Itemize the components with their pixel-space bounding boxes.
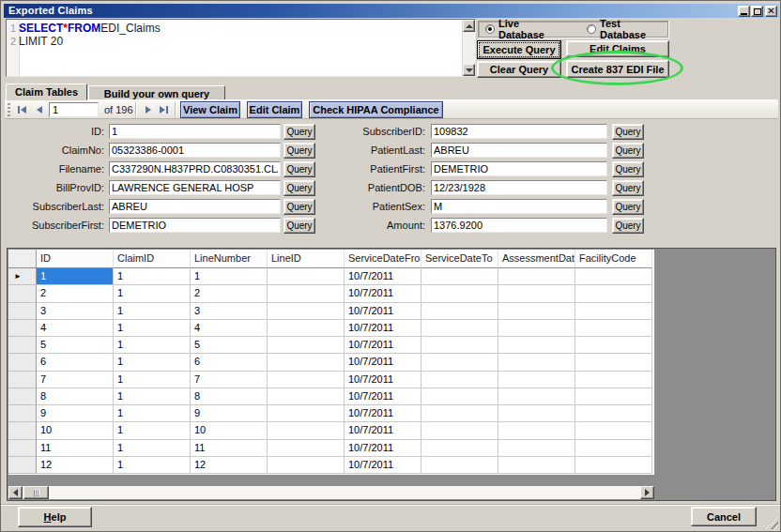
tab-claim-tables[interactable]: Claim Tables (6, 84, 87, 100)
execute-query-button[interactable]: Execute Query (477, 40, 561, 59)
sql-editor[interactable]: 1SELECT * FROM EDI_Claims2LIMIT 20 (6, 19, 476, 77)
grid-cell[interactable]: 10/7/2011 (345, 268, 421, 285)
grid-cell[interactable] (498, 457, 575, 474)
grid-cell[interactable]: 10/7/2011 (345, 388, 421, 405)
edit-claims-button[interactable]: Edit Claims (566, 40, 669, 57)
grid-corner-cell[interactable] (8, 250, 37, 268)
grid-cell[interactable]: 1 (191, 268, 268, 285)
previous-record-button[interactable] (31, 102, 47, 117)
grid-cell[interactable]: 9 (37, 405, 114, 422)
grid-cell[interactable]: 3 (191, 303, 268, 320)
help-button[interactable]: Help (18, 507, 92, 527)
scroll-right-button[interactable] (640, 486, 654, 499)
grid-cell[interactable]: 1 (114, 320, 191, 337)
query-button-patientfirst[interactable]: Query (612, 161, 644, 177)
grid-cell[interactable] (575, 320, 652, 337)
scroll-up-button[interactable] (463, 20, 475, 32)
grid-cell[interactable] (575, 388, 652, 405)
grid-cell[interactable] (575, 457, 652, 474)
field-input-amount[interactable] (431, 218, 607, 233)
grid-cell[interactable] (575, 285, 652, 302)
grid-cell[interactable]: 10/7/2011 (345, 337, 421, 354)
row-selector[interactable] (8, 388, 37, 405)
grid-cell[interactable]: 11 (191, 440, 268, 457)
field-input-subscriberfirst[interactable] (109, 218, 281, 233)
grid-cell[interactable]: 3 (37, 303, 114, 320)
row-selector[interactable] (8, 303, 37, 320)
radio-option-live-database[interactable]: Live Database (485, 18, 566, 40)
grid-cell[interactable]: 7 (37, 372, 114, 388)
grid-cell[interactable]: 10/7/2011 (345, 440, 421, 457)
grid-cell[interactable] (498, 268, 575, 285)
first-record-button[interactable] (14, 102, 30, 117)
row-selector[interactable] (8, 422, 37, 439)
grid-cell[interactable] (268, 285, 345, 302)
grid-cell[interactable]: 2 (191, 285, 268, 302)
query-button-filename[interactable]: Query (283, 161, 315, 177)
field-input-patientdob[interactable] (431, 180, 607, 195)
field-input-patientsex[interactable] (431, 199, 607, 214)
grid-cell[interactable]: 5 (191, 337, 268, 354)
grid-cell[interactable] (268, 440, 345, 457)
grid-cell[interactable] (498, 354, 575, 371)
grid-cell[interactable]: 1 (114, 405, 191, 422)
grid-cell[interactable] (575, 337, 652, 354)
sql-vertical-scrollbar[interactable] (462, 20, 475, 76)
grid-cell[interactable] (575, 422, 652, 439)
close-button[interactable]: ✕ (765, 6, 777, 17)
grid-cell[interactable]: 10 (37, 422, 114, 439)
column-header-claimid[interactable]: ClaimID (114, 250, 191, 268)
grid-cell[interactable] (268, 354, 345, 371)
column-header-servicedatefrom[interactable]: ServiceDateFrom (345, 250, 421, 268)
grid-cell[interactable]: 1 (114, 457, 191, 474)
grid-cell[interactable] (421, 372, 498, 388)
grid-cell[interactable] (575, 268, 652, 285)
grid-cell[interactable] (421, 388, 498, 405)
column-header-id[interactable]: ID (37, 250, 114, 268)
cancel-button[interactable]: Cancel (691, 507, 757, 526)
grid-cell[interactable] (498, 285, 575, 302)
grid-cell[interactable] (268, 268, 345, 285)
query-button-patientlast[interactable]: Query (612, 143, 644, 159)
field-input-claimno[interactable] (109, 143, 281, 158)
query-button-patientsex[interactable]: Query (612, 199, 644, 215)
row-selector[interactable] (8, 337, 37, 354)
grid-cell[interactable]: 1 (114, 337, 191, 354)
grid-cell[interactable]: 1 (37, 268, 114, 285)
grid-cell[interactable] (498, 440, 575, 457)
grid-cell[interactable]: 1 (114, 440, 191, 457)
grid-cell[interactable]: 1 (114, 285, 191, 302)
grid-cell[interactable]: 10/7/2011 (345, 405, 421, 422)
grid-cell[interactable] (498, 405, 575, 422)
grid-cell[interactable]: 10/7/2011 (345, 422, 421, 439)
tab-build-your-own-query[interactable]: Build your own query (88, 85, 225, 100)
resize-grip[interactable] (764, 515, 778, 529)
grid-cell[interactable] (268, 457, 345, 474)
field-input-id[interactable] (109, 124, 281, 139)
grid-cell[interactable]: 10/7/2011 (345, 372, 421, 388)
scroll-left-button[interactable] (8, 486, 23, 499)
column-header-facilitycode[interactable]: FacilityCode (575, 250, 652, 268)
grid-cell[interactable]: 4 (37, 320, 114, 337)
grid-cell[interactable] (498, 422, 575, 439)
column-header-linenumber[interactable]: LineNumber (191, 250, 268, 268)
grid-cell[interactable] (498, 303, 575, 320)
column-header-assessmentdate[interactable]: AssessmentDate (498, 250, 575, 268)
toolbar-grip-icon[interactable] (8, 103, 10, 116)
grid-cell[interactable]: 6 (191, 354, 268, 371)
grid-cell[interactable] (498, 337, 575, 354)
grid-cell[interactable] (268, 320, 345, 337)
field-input-billprovid[interactable] (109, 180, 281, 195)
edit-claim-button[interactable]: Edit Claim (247, 101, 302, 118)
grid-cell[interactable] (421, 320, 498, 337)
check-hipaa-compliance-button[interactable]: Check HIPAA Compliance (309, 101, 443, 118)
grid-cell[interactable]: 6 (37, 354, 114, 371)
radio-option-test-database[interactable]: Test Database (587, 18, 667, 40)
grid-cell[interactable] (421, 337, 498, 354)
grid-horizontal-scrollbar[interactable] (8, 486, 654, 499)
grid-cell[interactable]: 12 (37, 457, 114, 474)
grid-cell[interactable]: 7 (191, 372, 268, 388)
grid-cell[interactable]: 8 (191, 388, 268, 405)
grid-cell[interactable] (421, 268, 498, 285)
query-button-claimno[interactable]: Query (283, 143, 315, 159)
